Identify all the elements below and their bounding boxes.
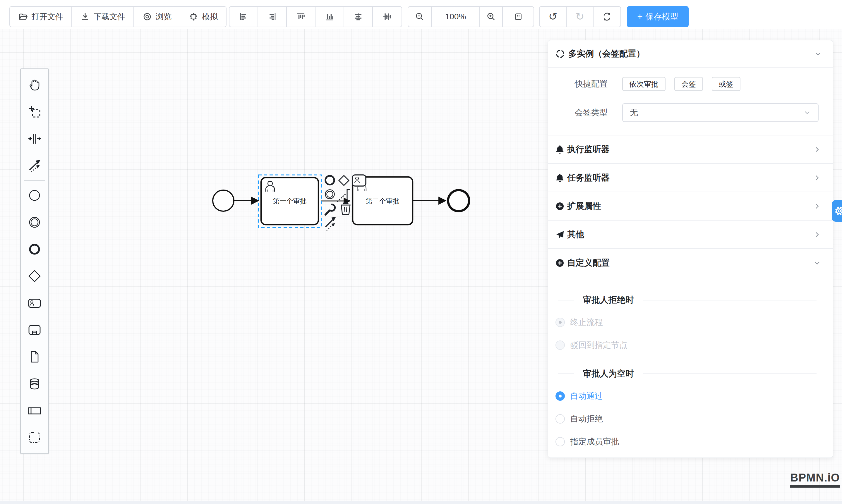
quick-config-row: 快捷配置 依次审批 会签 或签 bbox=[548, 77, 833, 91]
properties-panel: 多实例（会签配置） 快捷配置 依次审批 会签 或签 会签类型 无 执行监听器 任… bbox=[548, 40, 833, 458]
quick-option-sequential[interactable]: 依次审批 bbox=[622, 77, 666, 91]
palette-separator bbox=[24, 180, 45, 181]
file-button-group: 打开文件 下载文件 浏览 模拟 bbox=[10, 6, 227, 27]
radio-icon bbox=[556, 341, 565, 350]
chevron-down-icon[interactable] bbox=[813, 50, 822, 58]
create-user-task[interactable] bbox=[21, 290, 48, 317]
open-file-label: 打开文件 bbox=[32, 12, 63, 22]
align-top-button[interactable] bbox=[287, 7, 315, 26]
align-left-button[interactable] bbox=[229, 7, 258, 26]
connect-tool-icon[interactable] bbox=[326, 217, 336, 231]
align-right-button[interactable] bbox=[258, 7, 287, 26]
redo-icon: ↻ bbox=[575, 12, 584, 22]
align-center-horizontal-button[interactable] bbox=[344, 7, 373, 26]
quick-option-orsign[interactable]: 或签 bbox=[712, 77, 740, 91]
global-connect-tool[interactable] bbox=[21, 152, 48, 179]
quick-config-label: 快捷配置 bbox=[575, 78, 622, 90]
redo-button[interactable]: ↻ bbox=[567, 7, 594, 26]
create-data-object[interactable] bbox=[21, 343, 48, 370]
section-custom-config[interactable]: 自定义配置 bbox=[548, 249, 833, 277]
section-other[interactable]: 其他 bbox=[548, 220, 833, 249]
refresh-icon bbox=[602, 12, 612, 22]
create-data-store[interactable] bbox=[21, 370, 48, 397]
chevron-right-icon bbox=[813, 145, 821, 154]
fit-viewport-button[interactable] bbox=[503, 7, 533, 26]
sign-type-select[interactable]: 无 bbox=[622, 103, 819, 122]
create-group[interactable] bbox=[21, 424, 48, 451]
simulate-button[interactable]: 模拟 bbox=[180, 7, 226, 26]
multi-instance-icon bbox=[556, 49, 565, 58]
create-intermediate-event[interactable] bbox=[21, 209, 48, 236]
download-file-button[interactable]: 下载文件 bbox=[72, 7, 134, 26]
create-participant[interactable] bbox=[21, 397, 48, 424]
horizontal-scrollbar[interactable] bbox=[0, 501, 842, 504]
align-middle-vertical-button[interactable] bbox=[373, 7, 402, 26]
append-end-event-icon[interactable] bbox=[326, 176, 334, 184]
append-text-annotation-icon[interactable] bbox=[337, 190, 350, 201]
palette bbox=[20, 69, 49, 454]
create-gateway[interactable] bbox=[21, 263, 48, 290]
zoom-group: 100% bbox=[408, 6, 534, 27]
section-label: 任务监听器 bbox=[567, 172, 813, 184]
bpmn-io-logo-text: BPMN.iO bbox=[790, 471, 840, 484]
align-bottom-icon bbox=[324, 12, 334, 22]
radio-icon bbox=[556, 437, 565, 446]
task-label: 第二个审批 bbox=[366, 197, 400, 205]
end-event[interactable] bbox=[448, 190, 469, 211]
chevron-down-icon bbox=[813, 259, 821, 267]
lasso-tool[interactable] bbox=[21, 98, 48, 125]
save-model-button[interactable]: + 保存模型 bbox=[627, 6, 689, 27]
align-button-group bbox=[229, 6, 402, 27]
start-event[interactable] bbox=[213, 190, 234, 211]
radio-auto-reject[interactable]: 自动拒绝 bbox=[556, 410, 833, 428]
section-execution-listener[interactable]: 执行监听器 bbox=[548, 136, 833, 164]
plus-icon: + bbox=[637, 12, 643, 21]
create-end-event[interactable] bbox=[21, 236, 48, 263]
create-start-event[interactable] bbox=[21, 182, 48, 209]
radio-assign-member[interactable]: 指定成员审批 bbox=[556, 432, 833, 451]
hand-tool[interactable] bbox=[21, 71, 48, 98]
align-middle-vertical-icon bbox=[382, 12, 392, 22]
radio-return-to-node[interactable]: 驳回到指定节点 bbox=[556, 336, 833, 355]
quick-option-countersign[interactable]: 会签 bbox=[674, 77, 703, 91]
section-task-listener[interactable]: 任务监听器 bbox=[548, 164, 833, 192]
panel-toggle-button[interactable] bbox=[832, 200, 842, 222]
panel-title: 多实例（会签配置） bbox=[568, 48, 813, 60]
simulate-label: 模拟 bbox=[202, 12, 218, 22]
zoom-out-button[interactable] bbox=[408, 7, 432, 26]
zoom-in-button[interactable] bbox=[480, 7, 503, 26]
chevron-right-icon bbox=[813, 202, 821, 210]
undo-button[interactable]: ↺ bbox=[540, 7, 567, 26]
empty-section-title: 审批人为空时 bbox=[558, 365, 817, 383]
empty-title-text: 审批人为空时 bbox=[583, 368, 634, 380]
zoom-level: 100% bbox=[432, 7, 480, 26]
bpmn-io-logo-underline bbox=[790, 485, 840, 488]
download-icon bbox=[80, 12, 90, 22]
section-label: 自定义配置 bbox=[567, 257, 813, 269]
align-left-icon bbox=[239, 12, 248, 22]
radio-label: 自动拒绝 bbox=[570, 413, 603, 425]
send-icon bbox=[556, 230, 564, 239]
sign-type-label: 会签类型 bbox=[575, 107, 622, 118]
gear-icon bbox=[834, 205, 842, 216]
append-user-task-icon[interactable] bbox=[352, 175, 366, 186]
open-file-button[interactable]: 打开文件 bbox=[10, 7, 72, 26]
radio-terminate-process[interactable]: 终止流程 bbox=[556, 313, 833, 332]
append-intermediate-event-icon[interactable] bbox=[326, 190, 334, 199]
create-subprocess[interactable] bbox=[21, 317, 48, 343]
multi-instance-header[interactable]: 多实例（会签配置） bbox=[548, 40, 833, 68]
change-type-wrench-icon[interactable] bbox=[326, 204, 335, 215]
refresh-button[interactable] bbox=[594, 7, 620, 26]
toolbar: 打开文件 下载文件 浏览 模拟 bbox=[0, 0, 842, 29]
radio-auto-approve[interactable]: 自动通过 bbox=[556, 387, 833, 406]
append-gateway-icon[interactable] bbox=[339, 176, 349, 185]
bell-icon bbox=[556, 145, 564, 154]
section-extended-properties[interactable]: 扩展属性 bbox=[548, 192, 833, 220]
user-task-1[interactable]: 第一个审批 bbox=[261, 178, 318, 224]
align-top-icon bbox=[296, 12, 306, 22]
radio-label: 自动通过 bbox=[570, 391, 603, 402]
browse-button[interactable]: 浏览 bbox=[134, 7, 180, 26]
delete-trash-icon[interactable] bbox=[341, 202, 350, 215]
space-tool[interactable] bbox=[21, 125, 48, 152]
align-bottom-button[interactable] bbox=[315, 7, 344, 26]
